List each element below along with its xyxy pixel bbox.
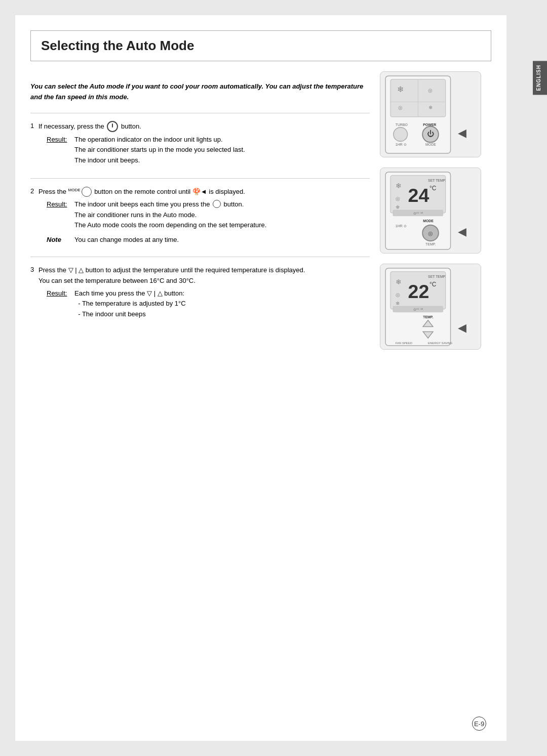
step-2-number: 2 bbox=[30, 187, 38, 195]
step-1-content: If necessary, press the button. Result: … bbox=[38, 121, 370, 167]
step-3-section: 3 Press the ▽ | △ button to adjust the t… bbox=[30, 257, 370, 332]
svg-text:SET TEMP.: SET TEMP. bbox=[428, 179, 446, 182]
page-number-text: E-9 bbox=[474, 720, 484, 728]
main-content: Selecting the Auto Mode You can select t… bbox=[15, 15, 506, 741]
step-3-main: Press the ▽ | △ button to adjust the tem… bbox=[38, 265, 370, 286]
page-title: Selecting the Auto Mode bbox=[41, 38, 481, 54]
step-2-section: 2 Press the MODE button on the remote co… bbox=[30, 178, 370, 257]
svg-text:⏻: ⏻ bbox=[427, 130, 434, 138]
svg-text:TEMP.: TEMP. bbox=[425, 242, 436, 246]
step-1-number: 1 bbox=[30, 122, 38, 130]
svg-text:FAN SPEED: FAN SPEED bbox=[396, 342, 412, 345]
note-text: You can change modes at any time. bbox=[74, 235, 179, 245]
step-3-row: 3 Press the ▽ | △ button to adjust the t… bbox=[30, 265, 370, 321]
step-2-row: 2 Press the MODE button on the remote co… bbox=[30, 187, 370, 245]
power-icon bbox=[107, 121, 118, 132]
remote-image-1: ❄ ◎ ◎ ❄ TURBO POWER ⏻ ◀ bbox=[380, 71, 481, 157]
svg-text:❄: ❄ bbox=[428, 105, 433, 110]
svg-text:❄: ❄ bbox=[397, 85, 404, 94]
svg-text:22: 22 bbox=[408, 281, 429, 302]
side-tab-label: ENGLISH bbox=[536, 65, 541, 91]
side-tab: ENGLISH bbox=[533, 61, 547, 95]
svg-text:POWER: POWER bbox=[423, 123, 436, 127]
step-2-main: Press the MODE button on the remote cont… bbox=[38, 187, 370, 197]
mode-icon bbox=[82, 187, 92, 197]
note-label: Note bbox=[47, 235, 74, 245]
svg-text:❄: ❄ bbox=[396, 301, 400, 306]
images-column: ❄ ◎ ◎ ❄ TURBO POWER ⏻ ◀ bbox=[380, 61, 491, 350]
svg-text:°C: °C bbox=[429, 281, 437, 288]
step-3-number: 3 bbox=[30, 266, 38, 273]
step-3-result: Result: Each time you press the ▽ | △ bu… bbox=[47, 288, 370, 320]
svg-text:⊙ᵉˢ ᵃˡˡ: ⊙ᵉˢ ᵃˡˡ bbox=[413, 308, 423, 311]
svg-text:◀: ◀ bbox=[458, 321, 466, 334]
remote-image-2: SET TEMP. 24 °C ❄ ◎ ❄ ⊙ᵉˢ ᵃˡˡ 1HR ⊙ bbox=[380, 167, 481, 254]
svg-text:◎: ◎ bbox=[396, 292, 400, 298]
svg-text:◎: ◎ bbox=[428, 230, 433, 236]
result-text-2: The indoor unit beeps each time you pres… bbox=[74, 199, 266, 231]
page-container: ENGLISH Selecting the Auto Mode You can … bbox=[0, 0, 547, 756]
step-3-content: Press the ▽ | △ button to adjust the tem… bbox=[38, 265, 370, 321]
svg-text:1HR ⊙: 1HR ⊙ bbox=[396, 143, 407, 146]
svg-text:MODE: MODE bbox=[425, 143, 436, 146]
svg-text:❄: ❄ bbox=[396, 182, 402, 190]
step-2-result: Result: The indoor unit beeps each time … bbox=[47, 199, 370, 231]
text-column: You can select the Auto mode if you want… bbox=[30, 61, 380, 350]
svg-text:◎: ◎ bbox=[396, 196, 400, 201]
svg-text:TEMP.: TEMP. bbox=[423, 315, 433, 319]
step-2-content: Press the MODE button on the remote cont… bbox=[38, 187, 370, 245]
svg-text:⊙ᵉˢ ᵃˡˡ: ⊙ᵉˢ ᵃˡˡ bbox=[413, 212, 423, 215]
svg-text:MODE: MODE bbox=[423, 219, 434, 223]
step-1-section: 1 If necessary, press the button. Result… bbox=[30, 113, 370, 178]
content-area: You can select the Auto mode if you want… bbox=[30, 61, 491, 350]
title-section: Selecting the Auto Mode bbox=[30, 30, 491, 61]
step-1-main: If necessary, press the button. bbox=[38, 121, 370, 133]
step-1-row: 1 If necessary, press the button. Result… bbox=[30, 121, 370, 167]
svg-text:❄: ❄ bbox=[396, 204, 400, 210]
page-number: E-9 bbox=[472, 717, 486, 731]
svg-text:◀: ◀ bbox=[458, 225, 466, 238]
result-label-1: Result: bbox=[47, 135, 74, 166]
svg-text:°C: °C bbox=[429, 185, 437, 192]
result-label-3: Result: bbox=[47, 288, 74, 320]
result-text-1: The operation indicator on the indoor un… bbox=[74, 135, 245, 166]
step-2-note: Note You can change modes at any time. bbox=[47, 235, 370, 245]
result-text-3: Each time you press the ▽ | △ button: - … bbox=[74, 288, 186, 320]
result-label-2: Result: bbox=[47, 199, 74, 231]
svg-text:◎: ◎ bbox=[428, 88, 433, 93]
remote-image-3: SET TEMP. 22 °C ❄ ◎ ❄ ⊙ᵉˢ ᵃˡˡ TEMP. bbox=[380, 264, 481, 350]
svg-text:1HR ⊙: 1HR ⊙ bbox=[396, 224, 407, 228]
svg-text:SET TEMP.: SET TEMP. bbox=[428, 275, 446, 278]
svg-text:ENERGY SAVING: ENERGY SAVING bbox=[428, 342, 453, 345]
mode-icon-inline bbox=[213, 200, 221, 208]
intro-text: You can select the Auto mode if you want… bbox=[30, 81, 370, 103]
svg-point-10 bbox=[394, 128, 408, 142]
svg-text:❄: ❄ bbox=[396, 278, 402, 286]
svg-text:24: 24 bbox=[408, 185, 429, 206]
svg-text:TURBO: TURBO bbox=[396, 123, 408, 127]
svg-text:◀: ◀ bbox=[458, 127, 466, 139]
svg-text:◎: ◎ bbox=[398, 105, 403, 110]
step-1-result: Result: The operation indicator on the i… bbox=[47, 135, 370, 166]
